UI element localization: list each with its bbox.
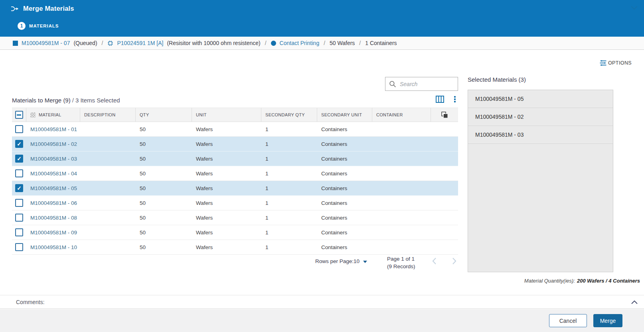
row-checkbox[interactable]	[15, 169, 23, 177]
search-box	[385, 77, 458, 91]
row-checkbox[interactable]	[15, 155, 23, 163]
column-header-unit[interactable]: UNIT	[192, 108, 261, 122]
material-link[interactable]: M100049581M - 09	[30, 230, 77, 236]
column-header-secondary-qty[interactable]: SECONDARY QTY	[261, 108, 317, 122]
merge-button[interactable]: Merge	[593, 314, 622, 327]
selected-materials-title: Selected Materials (3)	[468, 76, 526, 83]
column-header-material[interactable]: MATERIAL	[26, 108, 80, 122]
options-label: OPTIONS	[608, 60, 632, 66]
row-checkbox[interactable]	[15, 199, 23, 207]
column-header-container[interactable]: CONTAINER	[372, 108, 431, 122]
breadcrumb-operation-link[interactable]: Contact Printing	[280, 40, 320, 46]
material-link[interactable]: M100049581M - 06	[30, 200, 77, 206]
cell-unit: Wafers	[192, 185, 261, 191]
material-quantity-label: Material Quantity(ies):	[524, 278, 575, 284]
cell-qty: 50	[136, 215, 192, 221]
table-header-row: MATERIAL DESCRIPTION QTY UNIT SECONDARY …	[12, 108, 458, 122]
cell-unit: Wafers	[192, 126, 261, 132]
comments-collapse-chevron-up-icon[interactable]	[631, 299, 638, 306]
cell-unit: Wafers	[192, 171, 261, 177]
table-row[interactable]: M100049581M - 06 50 Wafers 1 Containers	[12, 196, 458, 210]
table-row[interactable]: M100049581M - 01 50 Wafers 1 Containers	[12, 122, 458, 137]
cell-secondary-qty: 1	[261, 244, 317, 250]
selection-summary: 3 Items Selected	[75, 97, 120, 104]
row-checkbox[interactable]	[15, 140, 23, 148]
table-row[interactable]: M100049581M - 09 50 Wafers 1 Containers	[12, 225, 458, 240]
table-row[interactable]: M100049581M - 08 50 Wafers 1 Containers	[12, 210, 458, 225]
cell-secondary-unit: Containers	[317, 215, 372, 221]
breadcrumb-separator: /	[323, 40, 326, 46]
next-page-chevron-icon[interactable]	[452, 257, 456, 266]
breadcrumb-material-link[interactable]: M100049581M - 07	[22, 40, 70, 46]
column-header-qty[interactable]: QTY	[136, 108, 192, 122]
cell-unit: Wafers	[192, 141, 261, 147]
row-checkbox[interactable]	[15, 228, 23, 236]
row-checkbox[interactable]	[15, 125, 23, 133]
product-chip-icon	[107, 40, 113, 46]
dropdown-caret-icon	[363, 261, 367, 263]
cell-unit: Wafers	[192, 200, 261, 206]
select-all-checkbox[interactable]	[15, 111, 23, 119]
table-row[interactable]: M100049581M - 05 50 Wafers 1 Containers	[12, 181, 458, 196]
material-quantity-summary: Material Quantity(ies):200 Wafers / 4 Co…	[524, 278, 640, 284]
copy-table-icon[interactable]	[441, 112, 448, 118]
table-row[interactable]: M100049581M - 03 50 Wafers 1 Containers	[12, 151, 458, 166]
more-options-kebab-icon[interactable]	[454, 96, 456, 103]
cell-unit: Wafers	[192, 215, 261, 221]
material-link[interactable]: M100049581M - 03	[30, 156, 77, 162]
cell-qty: 50	[136, 141, 192, 147]
columns-settings-icon[interactable]	[436, 96, 444, 103]
material-link[interactable]: M100049581M - 01	[30, 126, 77, 132]
cell-secondary-unit: Containers	[317, 171, 372, 177]
selected-material-item: M100049581M - 03	[468, 126, 613, 144]
cell-secondary-qty: 1	[261, 126, 317, 132]
breadcrumb-product-link[interactable]: P10024591 1M [A]	[117, 40, 163, 46]
wizard-step-materials[interactable]: 1 MATERIALS	[18, 22, 59, 30]
search-input[interactable]	[385, 77, 458, 90]
material-link[interactable]: M100049581M - 04	[30, 171, 77, 177]
app-header: Merge Materials 1 MATERIALS	[0, 0, 644, 37]
material-link[interactable]: M100049581M - 10	[30, 244, 77, 250]
options-button[interactable]: OPTIONS	[599, 60, 632, 66]
comments-label: Comments:	[16, 299, 45, 305]
cell-secondary-qty: 1	[261, 141, 317, 147]
cell-secondary-qty: 1	[261, 185, 317, 191]
page-title: Merge Materials	[23, 5, 74, 12]
comments-section: Comments:	[0, 295, 644, 309]
cell-qty: 50	[136, 244, 192, 250]
options-sliders-icon	[599, 60, 607, 66]
cell-secondary-qty: 1	[261, 171, 317, 177]
cell-qty: 50	[136, 156, 192, 162]
breadcrumb-product-desc: (Resisitor with 10000 ohm resistence)	[167, 40, 260, 46]
cell-secondary-unit: Containers	[317, 185, 372, 191]
table-row[interactable]: M100049581M - 02 50 Wafers 1 Containers	[12, 137, 458, 151]
cell-secondary-qty: 1	[261, 230, 317, 236]
records-count-text: (9 Records)	[387, 263, 415, 270]
materials-table: MATERIAL DESCRIPTION QTY UNIT SECONDARY …	[12, 108, 458, 255]
column-header-description[interactable]: DESCRIPTION	[80, 108, 136, 122]
cell-qty: 50	[136, 171, 192, 177]
cell-qty: 50	[136, 200, 192, 206]
row-checkbox[interactable]	[15, 243, 23, 251]
material-link[interactable]: M100049581M - 08	[30, 215, 77, 221]
cell-qty: 50	[136, 126, 192, 132]
cell-qty: 50	[136, 185, 192, 191]
cancel-button[interactable]: Cancel	[549, 314, 587, 327]
material-link[interactable]: M100049581M - 05	[30, 185, 77, 191]
rows-per-page-select[interactable]: Rows per Page:10	[315, 258, 367, 264]
table-row[interactable]: M100049581M - 10 50 Wafers 1 Containers	[12, 240, 458, 255]
column-header-secondary-unit[interactable]: SECONDARY UNIT	[317, 108, 372, 122]
previous-page-chevron-icon[interactable]	[432, 257, 437, 266]
breadcrumb-material-state: (Queued)	[73, 40, 97, 46]
page-number-text: Page 1 of 1	[387, 255, 415, 263]
row-checkbox[interactable]	[15, 184, 23, 192]
breadcrumb-collapse-chevron-down-icon[interactable]	[631, 4, 638, 12]
breadcrumb-separator: /	[358, 40, 362, 46]
material-quantity-value: 200 Wafers / 4 Containers	[575, 278, 640, 284]
row-checkbox[interactable]	[15, 214, 23, 222]
material-link[interactable]: M100049581M - 02	[30, 141, 77, 147]
table-row[interactable]: M100049581M - 04 50 Wafers 1 Containers	[12, 166, 458, 181]
breadcrumb-separator: /	[264, 40, 267, 46]
step-label: MATERIALS	[29, 24, 59, 28]
cell-secondary-unit: Containers	[317, 200, 372, 206]
